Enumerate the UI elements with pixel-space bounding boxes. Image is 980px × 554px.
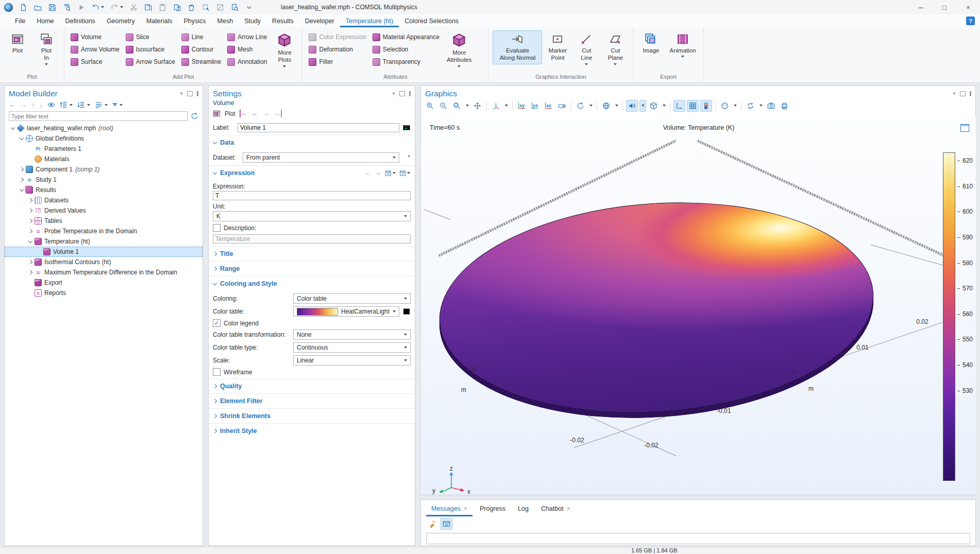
cut-icon[interactable] — [130, 4, 138, 11]
add-plot-streamline[interactable]: Streamline — [179, 56, 223, 67]
tab-log[interactable]: Log — [513, 501, 534, 516]
scale-select[interactable]: Linear — [293, 355, 411, 366]
coloring-select[interactable]: Color table — [293, 293, 411, 304]
pin-panel-icon[interactable] — [197, 91, 198, 96]
plot-in-button[interactable]: Plot In — [33, 30, 60, 68]
transparency-icon[interactable] — [648, 100, 660, 112]
zoom-in-icon[interactable] — [424, 100, 436, 112]
tree-node-volume-1[interactable]: Volume 1 — [5, 247, 202, 257]
view-yz-icon[interactable]: yz — [529, 100, 541, 112]
close-button[interactable]: × — [956, 0, 980, 14]
attr-deformation[interactable]: Deformation — [307, 44, 368, 55]
filter-funnel-icon[interactable] — [112, 103, 123, 107]
more-attributes-button[interactable]: More Attributes — [444, 30, 475, 70]
close-tab-icon[interactable]: × — [464, 505, 467, 512]
tree-node-export[interactable]: Export — [5, 278, 202, 288]
panel-menu-icon[interactable] — [392, 93, 395, 95]
attr-color-expression[interactable]: Color Expression — [307, 31, 368, 43]
go-to-source-icon[interactable] — [402, 153, 411, 162]
tab-temperature-ht[interactable]: Temperature (ht) — [340, 14, 399, 27]
tree-node-tables[interactable]: Tables — [5, 216, 202, 226]
color-table-transformation-select[interactable]: None — [293, 330, 411, 340]
first-plot-icon[interactable]: ← — [240, 110, 248, 117]
tab-colored-selections[interactable]: Colored Selections — [399, 14, 464, 27]
add-plot-line[interactable]: Line — [179, 31, 223, 43]
forward-icon[interactable]: → — [20, 101, 27, 109]
tab-progress[interactable]: Progress — [475, 501, 511, 516]
sound-menu-caret[interactable] — [639, 100, 646, 112]
tree-node-parameters[interactable]: Parameters 1 — [5, 144, 202, 154]
tab-developer[interactable]: Developer — [299, 14, 340, 27]
tree-node-datasets[interactable]: Datasets — [5, 195, 202, 205]
section-element-filter[interactable]: Element Filter — [209, 393, 415, 408]
tab-results[interactable]: Results — [266, 14, 299, 27]
color-legend-checkbox[interactable] — [213, 319, 221, 327]
tree-node-results[interactable]: Results — [5, 185, 202, 195]
add-plot-arrow-line[interactable]: Arrow Line — [225, 31, 269, 43]
section-range[interactable]: Range — [209, 261, 415, 276]
tree-node-derived-values[interactable]: Derived Values — [5, 205, 202, 216]
marker-point-button[interactable]: Marker Point — [544, 30, 571, 64]
cut-plane-button[interactable]: Cut Plane — [602, 30, 629, 68]
tree-filter-input[interactable] — [9, 111, 188, 121]
back-icon[interactable]: ← — [9, 101, 15, 109]
section-shrink-elements[interactable]: Shrink Elements — [209, 408, 415, 423]
export-image-button[interactable]: Image — [637, 30, 664, 57]
messages-content[interactable] — [426, 533, 970, 544]
sound-icon[interactable] — [626, 100, 638, 112]
graphics-canvas[interactable]: Time=60 s Volume: Temperature (K) 0 m -0… — [421, 117, 976, 495]
section-quality[interactable]: Quality — [209, 378, 415, 393]
move-down-icon[interactable]: ↓ — [40, 101, 43, 109]
previous-plot-icon[interactable]: ← — [252, 110, 259, 117]
show-axis-orientation-icon[interactable] — [673, 100, 685, 112]
zoom-extents-icon[interactable] — [471, 100, 483, 112]
add-plot-isosurface[interactable]: Isosurface — [124, 44, 177, 55]
save-icon[interactable] — [48, 4, 56, 11]
dataset-select[interactable]: From parent — [243, 152, 399, 163]
print-icon[interactable] — [779, 100, 790, 112]
close-tab-icon[interactable]: × — [567, 505, 570, 512]
node-text-icon[interactable] — [95, 101, 108, 109]
delete-icon[interactable] — [188, 4, 195, 11]
expand-down-icon[interactable] — [77, 101, 90, 109]
collapse-up-icon[interactable] — [60, 101, 73, 109]
show-grid-icon[interactable] — [687, 100, 699, 112]
tree-node-temperature-ht[interactable]: Temperature (ht) — [5, 236, 202, 247]
update-plot-icon[interactable] — [745, 100, 756, 112]
attr-filter[interactable]: Filter — [307, 56, 368, 67]
color-table-select[interactable]: HeatCameraLight — [293, 306, 399, 317]
customize-toolbar-icon[interactable] — [245, 4, 253, 11]
add-plot-contour[interactable]: Contour — [179, 44, 223, 55]
maximize-button[interactable]: □ — [933, 0, 956, 14]
settings-plot-button[interactable]: Plot — [225, 110, 235, 117]
tab-home[interactable]: Home — [31, 14, 59, 27]
add-plot-annotation[interactable]: Annotation — [225, 56, 269, 67]
show-color-legend-icon[interactable] — [700, 100, 712, 112]
attr-transparency[interactable]: Transparency — [370, 56, 442, 67]
tab-physics[interactable]: Physics — [178, 14, 211, 27]
show-icon[interactable] — [47, 101, 55, 109]
add-plot-surface[interactable]: Surface — [69, 56, 122, 67]
label-input[interactable] — [238, 123, 399, 132]
attr-material-appearance[interactable]: Material Appearance — [370, 31, 442, 43]
tab-mesh[interactable]: Mesh — [212, 14, 239, 27]
scene-camera-icon[interactable] — [556, 100, 568, 112]
description-checkbox[interactable] — [213, 224, 221, 232]
export-animation-button[interactable]: Animation — [666, 30, 699, 60]
add-plot-slice[interactable]: Slice — [124, 31, 177, 43]
open-color-table-icon[interactable] — [402, 307, 411, 316]
add-plot-volume[interactable]: Volume — [69, 31, 122, 43]
more-plots-button[interactable]: More Plots — [271, 30, 298, 70]
tab-messages[interactable]: Messages× — [426, 501, 472, 516]
view-xy-icon[interactable]: xy — [516, 100, 528, 112]
open-messages-window-icon[interactable] — [441, 518, 452, 530]
tree-node-reports[interactable]: Reports — [5, 288, 202, 298]
help-icon[interactable]: ? — [966, 16, 975, 25]
refresh-icon[interactable] — [191, 112, 198, 120]
color-theme-icon[interactable] — [719, 100, 731, 112]
float-panel-icon[interactable] — [187, 91, 193, 96]
tree-node-materials[interactable]: Materials — [5, 154, 202, 164]
zoom-out-icon[interactable] — [437, 100, 449, 112]
next-expression-icon[interactable]: → — [375, 169, 382, 177]
rename-note-icon[interactable] — [402, 124, 411, 132]
